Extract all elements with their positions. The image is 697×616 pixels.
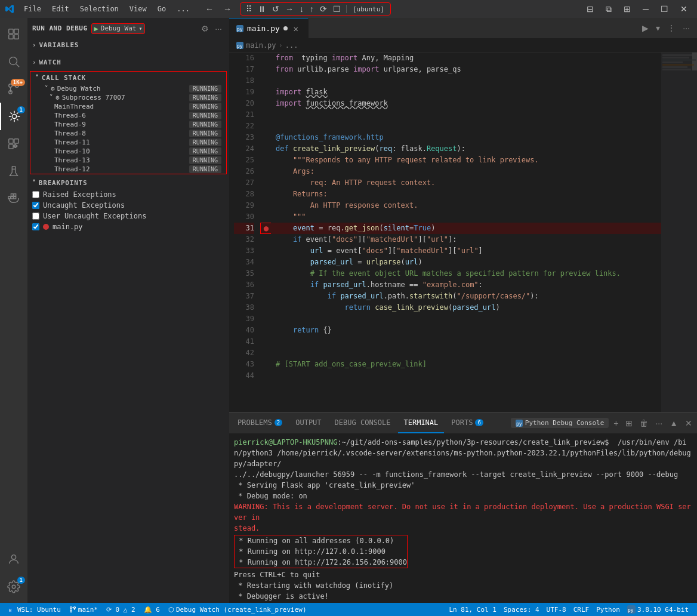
minimap-lines <box>661 53 697 72</box>
activity-bottom: 1 <box>0 546 27 600</box>
debug-step-out-button[interactable]: ↑ <box>308 5 316 13</box>
svg-point-31 <box>70 611 72 612</box>
debug-step-over-button[interactable]: → <box>283 5 295 13</box>
breadcrumb-more[interactable]: ... <box>285 41 298 50</box>
menu-view[interactable]: View <box>125 4 152 14</box>
debug-restart-button[interactable]: ↺ <box>270 5 281 13</box>
panel-tab-output[interactable]: OUTPUT <box>289 412 327 433</box>
call-stack-thread-11[interactable]: Thread-11 RUNNING <box>30 138 226 147</box>
status-python-version[interactable]: py 3.8.10 64-bit <box>624 603 692 616</box>
debug-console-label: DEBUG CONSOLE <box>335 418 391 427</box>
panel-tab-terminal[interactable]: TERMINAL <box>398 412 445 433</box>
panel-maximize-button[interactable]: ▲ <box>667 417 680 429</box>
sidebar-gear-button[interactable]: ⚙ <box>199 23 211 35</box>
breadcrumb-filename[interactable]: main.py <box>246 41 276 50</box>
layout-button[interactable]: ⊟ <box>582 3 599 16</box>
status-notifications[interactable]: 🔔 6 <box>140 603 164 616</box>
split-editor-button[interactable]: ⋮ <box>665 22 678 34</box>
panel-close-button[interactable]: ✕ <box>683 417 695 429</box>
activity-docker[interactable] <box>0 185 27 212</box>
terminal-line-5: * Running on http://127.0.0.1:9000 <box>235 546 407 557</box>
debug-stop-button[interactable]: ☐ <box>331 5 343 13</box>
breakpoints-header[interactable]: ˅ BREAKPOINTS <box>32 179 224 187</box>
menu-file[interactable]: File <box>19 4 46 14</box>
activity-test[interactable] <box>0 158 27 185</box>
code-line-26: Args: <box>271 166 661 177</box>
variables-section-header[interactable]: › VARIABLES <box>27 39 229 51</box>
panel-layout-button[interactable]: ⊞ <box>619 3 636 16</box>
debug-continue-button[interactable]: ⟳ <box>318 5 329 13</box>
python-debug-console-button[interactable]: py Python Debug Console <box>511 418 609 428</box>
activity-debug[interactable]: 1 <box>0 103 27 130</box>
status-ln-col[interactable]: Ln 81, Col 1 <box>445 603 499 616</box>
status-wsl[interactable]: W WSL: Ubuntu <box>5 603 64 616</box>
call-stack-thread-9[interactable]: Thread-9 RUNNING <box>30 120 226 129</box>
minimize-button[interactable]: ─ <box>638 3 653 16</box>
status-debug-info[interactable]: ⬡ Debug Watch (create_link_preview) <box>165 603 310 616</box>
nav-back-button[interactable]: ← <box>202 3 217 15</box>
call-stack-subprocess[interactable]: ˅ ⚙ Subprocess 77007 RUNNING <box>30 93 226 102</box>
menu-selection[interactable]: Selection <box>75 4 124 14</box>
terminal-content[interactable]: pierrick@LAPTOP-HKU5PNNG:~/git/add-ons-s… <box>229 433 697 603</box>
terminal-trash-button[interactable]: 🗑 <box>637 417 650 429</box>
activity-extensions[interactable] <box>0 130 27 158</box>
more-actions-button[interactable]: ··· <box>680 22 692 34</box>
main-py-checkbox[interactable] <box>32 223 39 230</box>
run-button[interactable]: ▶ <box>640 22 651 34</box>
watch-section-header[interactable]: › WATCH <box>27 56 229 69</box>
debug-layout-button[interactable]: ⠿ <box>244 5 254 13</box>
call-stack-thread-13[interactable]: Thread-13 RUNNING <box>30 156 226 165</box>
nav-forward-button[interactable]: → <box>220 3 235 15</box>
terminal-more-button[interactable]: ··· <box>653 417 665 429</box>
call-stack-thread-10[interactable]: Thread-10 RUNNING <box>30 147 226 156</box>
panel-tab-debug-console[interactable]: DEBUG CONSOLE <box>329 412 397 433</box>
uncaught-exceptions-checkbox[interactable] <box>32 202 39 209</box>
status-branch[interactable]: main* <box>66 603 101 616</box>
code-line-17: from urllib.parse import urlparse, parse… <box>271 64 661 75</box>
user-uncaught-checkbox[interactable] <box>32 212 39 220</box>
call-stack-thread-6[interactable]: Thread-6 RUNNING <box>30 111 226 120</box>
debug-config-selector[interactable]: ▶ Debug Wat ▾ <box>91 23 146 34</box>
menu-more[interactable]: ... <box>172 4 195 14</box>
call-stack-thread-12[interactable]: Thread-12 RUNNING <box>30 165 226 174</box>
terminal-split-button[interactable]: ⊞ <box>623 417 635 429</box>
code-lines[interactable]: from typing import Any, Mapping from url… <box>271 53 661 412</box>
sidebar-more-button[interactable]: ··· <box>212 23 224 35</box>
status-spaces[interactable]: Spaces: 4 <box>500 603 543 616</box>
run-chevron-button[interactable]: ▾ <box>653 22 662 34</box>
call-stack-thread-8[interactable]: Thread-8 RUNNING <box>30 129 226 138</box>
maximize-button[interactable]: ☐ <box>656 3 673 16</box>
call-stack-debug-watch[interactable]: ˅ ⚙ Debug Watch RUNNING <box>30 84 226 93</box>
minimap-line <box>662 54 692 56</box>
menu-edit[interactable]: Edit <box>47 4 74 14</box>
status-language[interactable]: Python <box>593 603 624 616</box>
debug-pause-button[interactable]: ⏸ <box>256 5 268 13</box>
sidebar-actions: ⚙ ··· <box>199 23 224 35</box>
terminal-add-button[interactable]: + <box>611 417 621 429</box>
thread-11-label: Thread-11 <box>54 138 90 146</box>
raised-exceptions-checkbox[interactable] <box>32 191 39 198</box>
status-sync[interactable]: ⟳ 0 △ 2 <box>103 603 139 616</box>
activity-account[interactable] <box>0 546 27 573</box>
panel-tab-ports[interactable]: PORTS 6 <box>445 412 489 433</box>
minimap-line <box>662 66 687 68</box>
debug-step-into-button[interactable]: ↓ <box>298 5 306 13</box>
status-line-ending[interactable]: CRLF <box>570 603 593 616</box>
toolbar-separator <box>346 5 347 13</box>
editor-tab-main-py[interactable]: py main.py ✕ <box>229 18 309 39</box>
activity-explorer[interactable] <box>0 20 27 48</box>
status-branch-label: main* <box>78 606 98 614</box>
panel-tab-problems[interactable]: PROBLEMS 2 <box>232 412 288 433</box>
activity-source-control[interactable]: 1K+ <box>0 75 27 103</box>
code-line-32: if event["docs"]["matchedUrl"]["url"]: <box>271 234 661 245</box>
call-stack-header[interactable]: ˅ CALL STACK <box>30 72 226 84</box>
tab-close-button[interactable]: ✕ <box>291 24 301 33</box>
call-stack-main-thread[interactable]: MainThread RUNNING <box>30 102 226 111</box>
split-button[interactable]: ⧉ <box>601 3 616 16</box>
close-button[interactable]: ✕ <box>676 3 692 16</box>
activity-settings[interactable]: 1 <box>0 573 27 600</box>
terminal-line-3: * Debug mode: on <box>234 491 692 501</box>
activity-search[interactable] <box>0 48 27 75</box>
status-encoding[interactable]: UTF-8 <box>543 603 570 616</box>
menu-go[interactable]: Go <box>153 4 171 14</box>
